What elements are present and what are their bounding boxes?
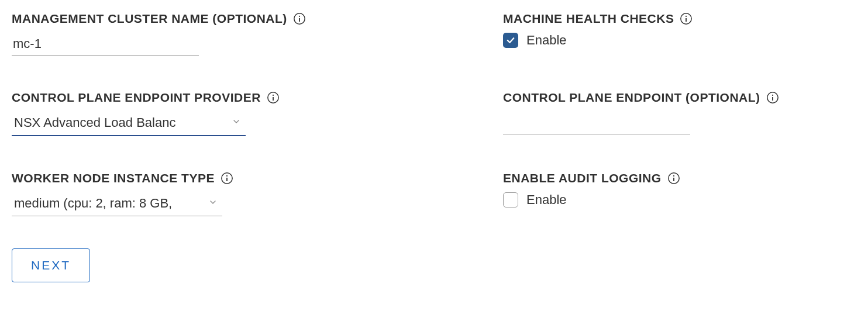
button-row: NEXT (12, 248, 856, 282)
management-cluster-name-field: MANAGEMENT CLUSTER NAME (OPTIONAL) (12, 12, 363, 56)
svg-point-1 (299, 16, 300, 17)
info-icon[interactable] (267, 91, 280, 104)
info-icon[interactable] (293, 12, 306, 25)
control-plane-endpoint-field: CONTROL PLANE ENDPOINT (OPTIONAL) (503, 91, 854, 136)
control-plane-endpoint-provider-field: CONTROL PLANE ENDPOINT PROVIDER NSX Adva… (12, 91, 363, 136)
label-row: CONTROL PLANE ENDPOINT PROVIDER (12, 91, 363, 105)
select-value: NSX Advanced Load Balanc (12, 112, 246, 136)
info-icon[interactable] (221, 172, 233, 185)
enable-audit-logging-checkbox[interactable] (503, 192, 518, 208)
info-icon[interactable] (680, 12, 693, 25)
machine-health-checks-label: MACHINE HEALTH CHECKS (503, 12, 674, 26)
svg-point-7 (273, 95, 274, 96)
svg-point-16 (673, 175, 674, 177)
info-icon[interactable] (667, 172, 680, 185)
checkbox-row: Enable (503, 33, 854, 48)
management-cluster-name-label: MANAGEMENT CLUSTER NAME (OPTIONAL) (12, 12, 287, 26)
label-row: ENABLE AUDIT LOGGING (503, 171, 854, 185)
control-plane-endpoint-provider-select[interactable]: NSX Advanced Load Balanc (12, 112, 246, 136)
worker-node-instance-type-select[interactable]: medium (cpu: 2, ram: 8 GB, (12, 192, 222, 216)
svg-point-4 (686, 16, 687, 17)
enable-audit-logging-checkbox-label: Enable (526, 192, 567, 208)
label-row: CONTROL PLANE ENDPOINT (OPTIONAL) (503, 91, 854, 105)
machine-health-checks-checkbox[interactable] (503, 33, 518, 48)
management-cluster-name-input[interactable] (12, 33, 199, 56)
control-plane-endpoint-provider-label: CONTROL PLANE ENDPOINT PROVIDER (12, 91, 261, 105)
next-button[interactable]: NEXT (12, 248, 90, 282)
svg-point-10 (772, 95, 773, 96)
enable-audit-logging-label: ENABLE AUDIT LOGGING (503, 171, 662, 185)
enable-audit-logging-field: ENABLE AUDIT LOGGING Enable (503, 171, 854, 216)
control-plane-endpoint-input[interactable] (503, 112, 690, 134)
control-plane-endpoint-label: CONTROL PLANE ENDPOINT (OPTIONAL) (503, 91, 760, 105)
svg-point-13 (226, 175, 228, 177)
select-value: medium (cpu: 2, ram: 8 GB, (12, 192, 222, 216)
label-row: MANAGEMENT CLUSTER NAME (OPTIONAL) (12, 12, 363, 26)
worker-node-instance-type-field: WORKER NODE INSTANCE TYPE medium (cpu: 2… (12, 171, 363, 216)
worker-node-instance-type-label: WORKER NODE INSTANCE TYPE (12, 171, 215, 185)
checkbox-row: Enable (503, 192, 854, 208)
machine-health-checks-checkbox-label: Enable (526, 33, 567, 48)
label-row: WORKER NODE INSTANCE TYPE (12, 171, 363, 185)
info-icon[interactable] (766, 91, 779, 104)
label-row: MACHINE HEALTH CHECKS (503, 12, 854, 26)
machine-health-checks-field: MACHINE HEALTH CHECKS Enable (503, 12, 854, 56)
